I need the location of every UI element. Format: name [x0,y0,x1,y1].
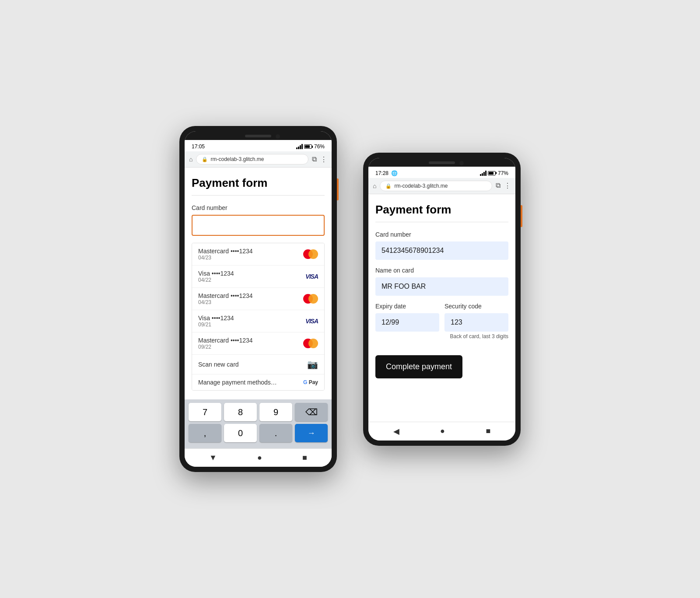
name-value[interactable]: MR FOO BAR [375,277,508,296]
battery-icon [304,144,313,149]
status-icons: 76% [296,143,325,150]
side-button [337,178,339,200]
browser-bar[interactable]: ⌂ rm-codelab-3.glitch.me ⧉ ⋮ [368,178,515,194]
tab-icon[interactable]: ⧉ [312,155,317,164]
side-button [521,205,522,227]
lock-icon [202,156,208,162]
mastercard-logo [303,249,318,259]
browser-icons: ⧉ ⋮ [312,155,327,164]
card-expiry: 09/21 [198,322,234,328]
right-phone: 17:28 🌐 77% ⌂ [363,153,521,446]
card-info: Visa ••••1234 04/22 [198,270,234,283]
nav-back-icon[interactable]: ◀ [393,427,399,436]
nav-recents-icon[interactable]: ■ [302,453,307,462]
browser-icons: ⧉ ⋮ [496,182,511,190]
mastercard-logo [303,294,318,304]
page-content: Payment form Card number Mastercard ••••… [185,168,332,399]
card-info: Mastercard ••••1234 04/23 [198,248,253,261]
tab-icon[interactable]: ⧉ [496,182,500,190]
two-col-row: Expiry date 12/99 Security code 123 Back… [375,303,508,346]
autocomplete-item[interactable]: Mastercard ••••1234 09/22 [192,332,324,355]
card-info: Mastercard ••••1234 09/22 [198,337,253,350]
speaker [245,135,271,137]
key-dot[interactable]: . [259,424,292,442]
nav-recents-icon[interactable]: ■ [486,427,490,436]
card-number-label: Card number [375,231,508,238]
phone-top-bar [368,158,515,167]
key-next[interactable]: → [295,424,328,442]
browser-bar[interactable]: ⌂ rm-codelab-3.glitch.me ⧉ ⋮ [185,151,332,168]
signal-icon [480,171,486,176]
card-expiry: 04/23 [198,255,253,261]
security-label: Security code [444,303,508,310]
autocomplete-item[interactable]: Visa ••••1234 04/22 VISA [192,266,324,288]
nav-home-icon[interactable]: ● [257,453,262,462]
key-0[interactable]: 0 [224,424,257,442]
card-number-value[interactable]: 5412345678901234 [375,241,508,260]
mastercard-logo [303,339,318,348]
card-brand-name: Mastercard ••••1234 [198,292,253,299]
url-text: rm-codelab-3.glitch.me [210,156,264,162]
battery-percent: 77% [498,170,508,176]
menu-icon[interactable]: ⋮ [320,155,327,164]
card-brand-name: Visa ••••1234 [198,270,234,277]
autocomplete-item[interactable]: Visa ••••1234 09/21 VISA [192,310,324,332]
key-8[interactable]: 8 [224,403,257,421]
camera-dot [276,134,280,139]
home-icon[interactable]: ⌂ [373,182,376,189]
status-icons: 77% [480,170,508,176]
page-title: Payment form [375,203,508,217]
key-7[interactable]: 7 [189,403,221,421]
manage-payment-item[interactable]: Manage payment methods… G Pay [192,374,324,390]
gpay-logo: G Pay [303,379,318,385]
key-9[interactable]: 9 [259,403,292,421]
security-field-group: Security code 123 Back of card, last 3 d… [444,303,508,339]
card-number-field-group: Card number 5412345678901234 [375,231,508,260]
signal-icon [296,144,303,149]
camera-dot [459,161,464,165]
menu-icon[interactable]: ⋮ [504,182,511,190]
expiry-value[interactable]: 12/99 [375,313,439,332]
url-box[interactable]: rm-codelab-3.glitch.me [380,181,492,191]
speaker [429,161,455,164]
name-label: Name on card [375,267,508,274]
url-text: rm-codelab-3.glitch.me [394,183,448,189]
autocomplete-item[interactable]: Mastercard ••••1234 04/23 [192,288,324,310]
expiry-label: Expiry date [375,303,439,310]
card-brand-name: Mastercard ••••1234 [198,337,253,344]
visa-logo: VISA [305,273,318,280]
scan-new-card-label: Scan new card [198,361,239,368]
home-icon[interactable]: ⌂ [189,156,192,163]
lock-icon [385,183,392,189]
key-comma[interactable]: , [189,424,221,442]
card-info: Mastercard ••••1234 04/23 [198,292,253,305]
key-backspace[interactable]: ⌫ [295,403,328,421]
complete-payment-button[interactable]: Complete payment [375,355,462,378]
manage-payment-label: Manage payment methods… [198,379,277,386]
location-icon: 🌐 [391,170,398,176]
battery-percent: 76% [314,143,325,150]
nav-back-icon[interactable]: ▼ [209,453,217,462]
card-brand-name: Mastercard ••••1234 [198,248,253,255]
card-brand-name: Visa ••••1234 [198,315,234,322]
card-expiry: 04/22 [198,277,234,283]
card-number-input[interactable] [192,215,325,236]
name-field-group: Name on card MR FOO BAR [375,267,508,296]
page-title: Payment form [192,176,325,190]
nav-home-icon[interactable]: ● [440,427,445,436]
numeric-keyboard: 7 8 9 ⌫ , 0 . → [185,399,332,448]
security-value[interactable]: 123 [444,313,508,332]
scan-new-card-item[interactable]: Scan new card 📷 [192,355,324,374]
expiry-field-group: Expiry date 12/99 [375,303,439,339]
keyboard-row-2: , 0 . → [188,424,328,442]
divider [192,195,325,196]
card-number-label: Card number [192,204,325,211]
battery-icon [488,171,497,175]
status-bar: 17:05 76% [185,140,332,151]
autocomplete-item[interactable]: Mastercard ••••1234 04/23 [192,243,324,266]
bottom-nav: ▼ ● ■ [185,448,332,467]
url-box[interactable]: rm-codelab-3.glitch.me [196,154,308,164]
security-hint: Back of card, last 3 digits [444,333,508,339]
keyboard-row-1: 7 8 9 ⌫ [188,403,328,421]
bottom-nav: ◀ ● ■ [368,422,515,441]
